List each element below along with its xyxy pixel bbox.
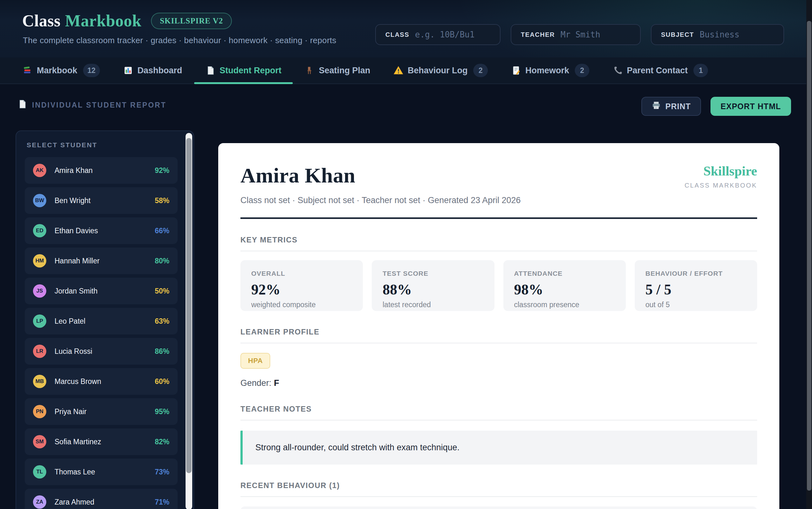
class-input[interactable] <box>415 30 490 39</box>
metric-label: ATTENDANCE <box>514 270 615 277</box>
student-avatar: MB <box>33 375 46 388</box>
sidebar-scrollbar-thumb[interactable] <box>186 138 191 473</box>
student-row[interactable]: TLThomas Lee73% <box>25 459 178 485</box>
tab-behaviour-log[interactable]: Behaviour Log2 <box>394 58 488 83</box>
app-window: ClassMarkbook SKILLSPIRE V2 The complete… <box>0 0 812 509</box>
student-score: 92% <box>155 166 169 175</box>
tab-count-badge: 2 <box>473 64 488 77</box>
tab-label: Dashboard <box>137 66 182 75</box>
teacher-notes-heading: TEACHER NOTES <box>240 405 757 420</box>
app-header: ClassMarkbook SKILLSPIRE V2 The complete… <box>0 0 812 58</box>
sidebar-scrollbar[interactable] <box>185 133 192 509</box>
page-scrollbar-thumb[interactable] <box>807 21 811 490</box>
printer-icon <box>651 101 661 112</box>
tab-seating-plan[interactable]: Seating Plan <box>305 58 370 83</box>
teacher-field-label: TEACHER <box>521 31 555 38</box>
metric-sublabel: latest recorded <box>383 301 483 309</box>
student-name: Amira Khan <box>55 166 93 175</box>
student-row[interactable]: AKAmira Khan92% <box>25 157 178 184</box>
metric-card: OVERALL92%weighted composite <box>240 260 363 311</box>
key-metrics-row: OVERALL92%weighted compositeTEST SCORE88… <box>240 260 757 311</box>
student-row[interactable]: SMSofia Martinez82% <box>25 429 178 455</box>
student-name: Zara Ahmed <box>55 498 94 506</box>
teacher-field-wrap: TEACHER <box>511 24 641 45</box>
tab-label: Behaviour Log <box>408 66 467 75</box>
student-avatar: PN <box>33 405 46 418</box>
tab-label: Seating Plan <box>319 66 370 75</box>
tab-dashboard[interactable]: Dashboard <box>123 58 182 83</box>
metric-value: 98% <box>514 281 615 298</box>
report-meta-line: Class not set · Subject not set · Teache… <box>240 196 757 205</box>
student-avatar: ED <box>33 224 46 237</box>
student-name: Ben Wright <box>55 196 91 205</box>
student-avatar: TL <box>33 465 46 479</box>
teacher-input[interactable] <box>561 30 631 39</box>
student-avatar: LP <box>33 314 46 328</box>
student-report-card: Amira Khan Skillspire CLASS MARKBOOK Cla… <box>218 143 779 509</box>
student-name: Lucia Rossi <box>55 347 92 356</box>
behaviour-entry-row: 23 Apr 2026 merit · Outstanding class co… <box>240 506 757 509</box>
section-label: INDIVIDUAL STUDENT REPORT <box>17 99 166 111</box>
tab-label: Homework <box>525 66 569 75</box>
student-name: Priya Nair <box>55 407 86 416</box>
export-html-button[interactable]: EXPORT HTML <box>710 97 791 116</box>
tab-markbook[interactable]: Markbook12 <box>23 58 100 83</box>
subject-input[interactable] <box>700 30 774 39</box>
student-score: 66% <box>155 227 169 235</box>
student-row[interactable]: ZAZara Ahmed71% <box>25 489 178 509</box>
student-select-heading: SELECT STUDENT <box>27 141 193 149</box>
student-row[interactable]: LPLeo Patel63% <box>25 308 178 335</box>
subject-field-wrap: SUBJECT <box>651 24 784 45</box>
page-icon <box>206 66 215 75</box>
student-score: 60% <box>155 377 169 386</box>
app-title-primary: Class <box>22 12 61 30</box>
student-list: AKAmira Khan92%BWBen Wright58%EDEthan Da… <box>25 157 178 509</box>
tab-student-report[interactable]: Student Report <box>206 58 281 83</box>
student-row[interactable]: MBMarcus Brown60% <box>25 368 178 395</box>
student-avatar: AK <box>33 164 46 177</box>
section-label-text: INDIVIDUAL STUDENT REPORT <box>32 101 166 109</box>
tab-count-badge: 2 <box>575 64 589 77</box>
student-row[interactable]: LRLucia Rossi86% <box>25 338 178 365</box>
main-nav: Markbook12DashboardStudent ReportSeating… <box>0 58 812 84</box>
student-avatar: BW <box>33 194 46 207</box>
print-button[interactable]: PRINT <box>641 97 701 116</box>
metric-value: 88% <box>383 281 483 298</box>
teacher-note: Strong all-rounder, could stretch with e… <box>240 431 757 465</box>
tab-count-badge: 12 <box>83 64 100 77</box>
class-field-label: CLASS <box>385 31 409 38</box>
student-row[interactable]: HMHannah Miller80% <box>25 247 178 274</box>
student-row[interactable]: JSJordan Smith50% <box>25 278 178 304</box>
books-icon <box>23 66 32 75</box>
brand-subtitle: CLASS MARKBOOK <box>684 182 757 189</box>
recent-behaviour-heading: RECENT BEHAVIOUR (1) <box>240 481 757 497</box>
student-score: 86% <box>155 347 169 356</box>
app-tagline: The complete classroom tracker · grades … <box>23 36 336 45</box>
student-row[interactable]: BWBen Wright58% <box>25 187 178 214</box>
student-row[interactable]: EDEthan Davies66% <box>25 217 178 244</box>
learner-profile-heading: LEARNER PROFILE <box>240 328 757 343</box>
student-name: Leo Patel <box>55 317 85 326</box>
metric-card: ATTENDANCE98%classroom presence <box>503 260 626 311</box>
student-row[interactable]: PNPriya Nair95% <box>25 398 178 425</box>
student-avatar: JS <box>33 284 46 298</box>
report-brand: Skillspire CLASS MARKBOOK <box>684 163 757 189</box>
student-name: Hannah Miller <box>55 257 100 265</box>
metric-label: BEHAVIOUR / EFFORT <box>645 270 746 277</box>
memo-icon <box>511 66 521 75</box>
document-icon <box>17 99 27 111</box>
phone-icon <box>613 66 622 75</box>
brand-name: Skillspire <box>684 163 757 179</box>
page-scrollbar[interactable] <box>806 0 812 509</box>
metric-label: OVERALL <box>251 270 352 277</box>
student-score: 71% <box>155 498 169 506</box>
metric-sublabel: classroom presence <box>514 301 615 309</box>
tab-homework[interactable]: Homework2 <box>511 58 589 83</box>
tab-parent-contact[interactable]: Parent Contact1 <box>613 58 708 83</box>
student-score: 58% <box>155 196 169 205</box>
student-name: Sofia Martinez <box>55 438 101 446</box>
student-avatar: LR <box>33 345 46 358</box>
student-avatar: ZA <box>33 495 46 509</box>
student-score: 50% <box>155 287 169 296</box>
student-select-panel: SELECT STUDENT AKAmira Khan92%BWBen Wrig… <box>15 130 194 509</box>
